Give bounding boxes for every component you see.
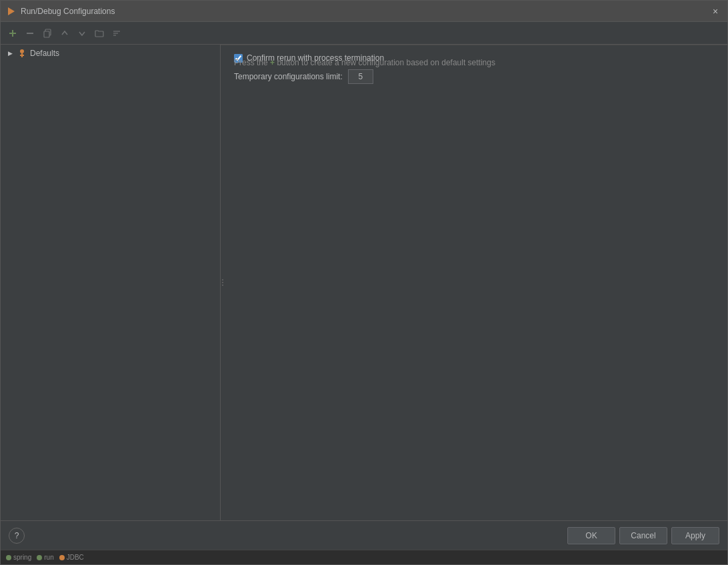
taskbar-spring: spring (6, 554, 31, 561)
spring-dot (6, 555, 11, 560)
spring-label: spring (13, 554, 31, 561)
bottom-options: Confirm rerun with process termination T… (221, 45, 727, 95)
left-panel: ▶ Defaults (1, 45, 221, 520)
move-to-folder-button[interactable] (91, 25, 107, 41)
run-debug-configurations-dialog: Run/Debug Configurations × (0, 0, 728, 565)
right-panel: Press the + button to create a new confi… (221, 45, 727, 520)
ok-button[interactable]: OK (567, 527, 615, 544)
cancel-button[interactable]: Cancel (619, 527, 667, 544)
svg-rect-5 (44, 31, 49, 37)
copy-config-button[interactable] (39, 25, 55, 41)
run-dot (37, 555, 42, 560)
help-button[interactable]: ? (9, 528, 25, 544)
dialog-title: Run/Debug Configurations (21, 7, 115, 16)
move-up-button[interactable] (57, 25, 73, 41)
footer-left: ? (9, 528, 25, 544)
footer-buttons: OK Cancel Apply (567, 527, 719, 544)
svg-point-9 (20, 49, 24, 53)
run-icon (6, 6, 17, 17)
jdbc-label: JDBC (67, 554, 84, 561)
panel-divider[interactable] (221, 269, 225, 296)
sort-button[interactable] (109, 25, 125, 41)
tree-expand-arrow: ▶ (6, 49, 14, 57)
title-bar: Run/Debug Configurations × (1, 1, 727, 22)
taskbar-jdbc: JDBC (59, 554, 84, 561)
temp-config-row: Temporary configurations limit: (234, 69, 714, 84)
svg-marker-0 (8, 7, 15, 15)
dialog-footer: ? OK Cancel Apply (1, 520, 727, 550)
taskbar-run: run (37, 554, 53, 561)
title-bar-left: Run/Debug Configurations (6, 6, 115, 17)
defaults-label: Defaults (30, 49, 59, 58)
temp-config-input[interactable] (348, 69, 373, 84)
defaults-icon (17, 48, 27, 59)
jdbc-dot (59, 555, 65, 560)
move-down-button[interactable] (74, 25, 90, 41)
add-config-button[interactable] (5, 25, 21, 41)
defaults-tree-item[interactable]: ▶ Defaults (1, 45, 220, 62)
hint-text: Press the + button to create a new confi… (234, 58, 714, 67)
close-button[interactable]: × (709, 5, 722, 18)
apply-button[interactable]: Apply (671, 527, 719, 544)
temp-config-label: Temporary configurations limit: (234, 72, 343, 81)
taskbar: spring run JDBC (1, 550, 727, 564)
run-label: run (44, 554, 53, 561)
remove-config-button[interactable] (22, 25, 38, 41)
toolbar (1, 22, 727, 45)
main-content: ▶ Defaults (1, 45, 727, 520)
